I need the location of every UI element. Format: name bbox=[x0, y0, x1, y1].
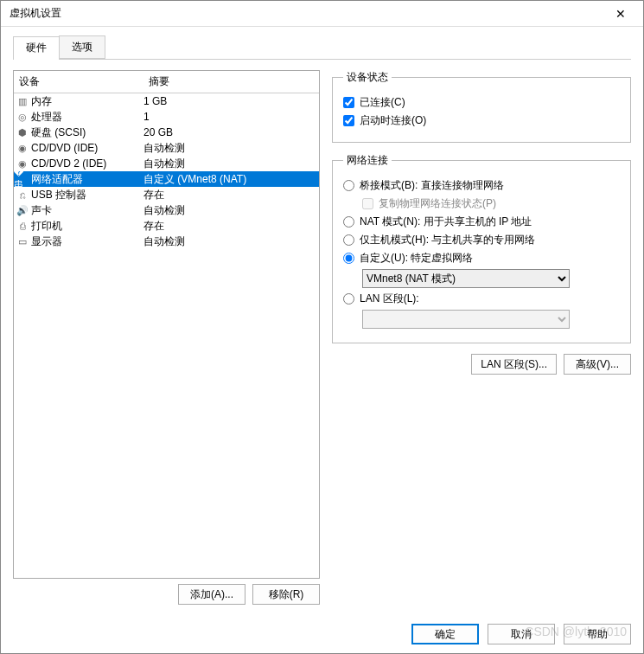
tab-strip: 硬件 选项 bbox=[13, 35, 631, 60]
dialog-buttons: 确定 取消 帮助 bbox=[1, 615, 643, 653]
device-name: 显示器 bbox=[31, 234, 143, 249]
lan-radio[interactable] bbox=[343, 293, 354, 305]
tab-options[interactable]: 选项 bbox=[59, 35, 105, 59]
table-row[interactable]: ◎处理器1 bbox=[14, 109, 319, 125]
bridged-radio[interactable] bbox=[343, 180, 354, 191]
network-icon: �串 bbox=[14, 167, 31, 191]
network-legend: 网络连接 bbox=[343, 153, 392, 168]
lan-row[interactable]: LAN 区段(L): bbox=[343, 292, 620, 306]
table-row[interactable]: 🔊声卡自动检测 bbox=[14, 202, 319, 218]
device-summary: 存在 bbox=[143, 219, 319, 234]
lan-label: LAN 区段(L): bbox=[360, 292, 419, 306]
nat-radio[interactable] bbox=[343, 216, 354, 228]
device-summary: 1 GB bbox=[143, 95, 319, 107]
table-row[interactable]: ⎙打印机存在 bbox=[14, 218, 319, 234]
col-summary: 摘要 bbox=[143, 71, 319, 93]
memory-icon: ▥ bbox=[14, 96, 31, 107]
right-panel: 设备状态 已连接(C) 启动时连接(O) 网络连接 桥接模式(B): 直接连接物 bbox=[332, 70, 631, 610]
ok-button[interactable]: 确定 bbox=[411, 624, 479, 644]
table-body[interactable]: ▥内存1 GB◎处理器1⬢硬盘 (SCSI)20 GB◉CD/DVD (IDE)… bbox=[14, 93, 319, 578]
connect-on-power-checkbox[interactable] bbox=[343, 115, 354, 126]
help-button[interactable]: 帮助 bbox=[564, 624, 631, 644]
nat-label: NAT 模式(N): 用于共享主机的 IP 地址 bbox=[360, 215, 532, 229]
hostonly-radio[interactable] bbox=[343, 234, 354, 246]
cd-icon: ◉ bbox=[14, 143, 31, 154]
right-buttons: LAN 区段(S)... 高级(V)... bbox=[332, 354, 631, 375]
bridged-label: 桥接模式(B): 直接连接物理网络 bbox=[360, 178, 504, 193]
col-device: 设备 bbox=[14, 71, 143, 93]
device-name: 打印机 bbox=[31, 219, 143, 234]
device-status-legend: 设备状态 bbox=[343, 70, 392, 85]
device-summary: 自定义 (VMnet8 (NAT) bbox=[143, 172, 319, 187]
device-name: 内存 bbox=[31, 94, 143, 109]
content-area: 硬件 选项 设备 摘要 ▥内存1 GB◎处理器1⬢硬盘 (SCSI)20 GB◉… bbox=[1, 27, 643, 615]
table-row[interactable]: ◉CD/DVD 2 (IDE)自动检测 bbox=[14, 156, 319, 171]
network-connection-group: 网络连接 桥接模式(B): 直接连接物理网络 复制物理网络连接状态(P) NAT… bbox=[332, 153, 631, 343]
window-title: 虚拟机设置 bbox=[6, 6, 603, 21]
device-name: 网络适配器 bbox=[31, 172, 143, 187]
device-name: 硬盘 (SCSI) bbox=[31, 125, 143, 140]
connected-label: 已连接(C) bbox=[360, 95, 405, 110]
table-header: 设备 摘要 bbox=[14, 71, 319, 93]
hostonly-label: 仅主机模式(H): 与主机共享的专用网络 bbox=[360, 233, 535, 247]
replicate-checkbox bbox=[362, 198, 373, 209]
device-name: 声卡 bbox=[31, 203, 143, 218]
device-summary: 自动检测 bbox=[143, 157, 319, 171]
device-name: CD/DVD (IDE) bbox=[31, 142, 143, 154]
connect-on-power-label: 启动时连接(O) bbox=[360, 113, 426, 128]
device-summary: 自动检测 bbox=[143, 234, 319, 249]
table-row[interactable]: ◉CD/DVD (IDE)自动检测 bbox=[14, 140, 319, 156]
printer-icon: ⎙ bbox=[14, 221, 31, 231]
settings-window: 虚拟机设置 ✕ 硬件 选项 设备 摘要 ▥内存1 GB◎处理器1⬢硬盘 (SCS… bbox=[0, 0, 644, 654]
lan-segment-select bbox=[362, 310, 570, 329]
left-panel: 设备 摘要 ▥内存1 GB◎处理器1⬢硬盘 (SCSI)20 GB◉CD/DVD… bbox=[13, 70, 320, 610]
table-row[interactable]: �串网络适配器自定义 (VMnet8 (NAT) bbox=[14, 171, 319, 187]
lan-select-row bbox=[362, 310, 620, 329]
device-name: USB 控制器 bbox=[31, 188, 143, 202]
close-button[interactable]: ✕ bbox=[603, 2, 638, 26]
custom-label: 自定义(U): 特定虚拟网络 bbox=[360, 251, 473, 266]
connected-row[interactable]: 已连接(C) bbox=[343, 95, 620, 110]
connected-checkbox[interactable] bbox=[343, 97, 354, 108]
table-row[interactable]: ⬢硬盘 (SCSI)20 GB bbox=[14, 125, 319, 140]
panels: 设备 摘要 ▥内存1 GB◎处理器1⬢硬盘 (SCSI)20 GB◉CD/DVD… bbox=[13, 60, 631, 610]
disk-icon: ⬢ bbox=[14, 127, 31, 138]
usb-icon: ⎌ bbox=[14, 189, 31, 200]
tab-hardware[interactable]: 硬件 bbox=[13, 36, 60, 60]
display-icon: ▭ bbox=[14, 236, 31, 247]
connect-on-power-row[interactable]: 启动时连接(O) bbox=[343, 113, 620, 128]
remove-button[interactable]: 移除(R) bbox=[252, 584, 320, 605]
device-status-group: 设备状态 已连接(C) 启动时连接(O) bbox=[332, 70, 631, 143]
cancel-button[interactable]: 取消 bbox=[488, 624, 555, 644]
device-summary: 自动检测 bbox=[143, 141, 319, 156]
table-row[interactable]: ▭显示器自动检测 bbox=[14, 234, 319, 249]
custom-radio[interactable] bbox=[343, 253, 354, 264]
device-summary: 1 bbox=[143, 111, 319, 123]
custom-vmnet-select[interactable]: VMnet8 (NAT 模式) bbox=[362, 269, 570, 288]
device-summary: 自动检测 bbox=[143, 203, 319, 218]
replicate-row: 复制物理网络连接状态(P) bbox=[362, 196, 620, 211]
left-buttons: 添加(A)... 移除(R) bbox=[13, 579, 320, 610]
add-button[interactable]: 添加(A)... bbox=[178, 584, 245, 605]
device-summary: 存在 bbox=[143, 188, 319, 202]
titlebar: 虚拟机设置 ✕ bbox=[1, 1, 643, 27]
replicate-label: 复制物理网络连接状态(P) bbox=[379, 196, 496, 211]
sound-icon: 🔊 bbox=[14, 205, 31, 216]
device-table: 设备 摘要 ▥内存1 GB◎处理器1⬢硬盘 (SCSI)20 GB◉CD/DVD… bbox=[13, 70, 320, 579]
device-name: 处理器 bbox=[31, 110, 143, 125]
table-row[interactable]: ⎌USB 控制器存在 bbox=[14, 187, 319, 202]
cpu-icon: ◎ bbox=[14, 112, 31, 123]
device-name: CD/DVD 2 (IDE) bbox=[31, 157, 143, 170]
bridged-row[interactable]: 桥接模式(B): 直接连接物理网络 bbox=[343, 178, 620, 193]
lan-segments-button[interactable]: LAN 区段(S)... bbox=[471, 354, 557, 375]
nat-row[interactable]: NAT 模式(N): 用于共享主机的 IP 地址 bbox=[343, 215, 620, 229]
hostonly-row[interactable]: 仅主机模式(H): 与主机共享的专用网络 bbox=[343, 233, 620, 247]
device-summary: 20 GB bbox=[143, 126, 319, 138]
advanced-button[interactable]: 高级(V)... bbox=[564, 354, 631, 375]
table-row[interactable]: ▥内存1 GB bbox=[14, 93, 319, 109]
custom-row[interactable]: 自定义(U): 特定虚拟网络 bbox=[343, 251, 620, 266]
custom-select-row: VMnet8 (NAT 模式) bbox=[362, 269, 620, 288]
